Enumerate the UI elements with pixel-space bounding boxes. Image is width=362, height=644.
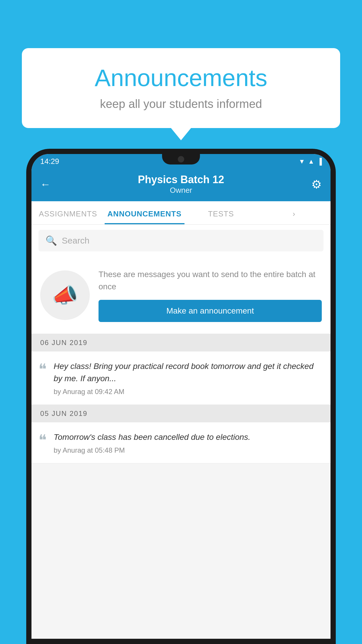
wifi-icon: ▼ xyxy=(299,158,305,165)
tab-announcements[interactable]: ANNOUNCEMENTS xyxy=(105,201,184,224)
status-time: 14:29 xyxy=(40,157,59,166)
search-input[interactable]: Search xyxy=(62,236,89,246)
tab-assignments[interactable]: ASSIGNMENTS xyxy=(31,201,105,224)
date-separator-2: 05 JUN 2019 xyxy=(31,405,331,422)
make-announcement-button[interactable]: Make an announcement xyxy=(99,300,322,322)
status-icons: ▼ ▲ ▐ xyxy=(299,158,322,165)
phone-mockup: 14:29 ▼ ▲ ▐ ← Physics Batch 12 Owner ⚙ xyxy=(26,149,336,644)
page-title: Announcements xyxy=(39,64,323,92)
announcement-meta-2: by Anurag at 05:48 PM xyxy=(54,446,322,454)
batch-title: Physics Batch 12 xyxy=(51,174,311,186)
prompt-description: These are messages you want to send to t… xyxy=(99,268,322,293)
tab-more[interactable]: › xyxy=(257,201,331,224)
tab-tests[interactable]: TESTS xyxy=(184,201,258,224)
announcement-text-2: Tomorrow's class has been cancelled due … xyxy=(54,431,322,443)
speech-bubble-container: Announcements keep all your students inf… xyxy=(22,48,340,128)
search-bar[interactable]: 🔍 Search xyxy=(38,230,324,251)
search-icon: 🔍 xyxy=(45,235,57,246)
announcement-item-1[interactable]: ❝ Hey class! Bring your practical record… xyxy=(31,351,331,405)
phone-outer: 14:29 ▼ ▲ ▐ ← Physics Batch 12 Owner ⚙ xyxy=(26,149,336,644)
announcement-meta-1: by Anurag at 09:42 AM xyxy=(54,388,322,396)
phone-notch xyxy=(162,154,200,164)
megaphone-icon: 📣 xyxy=(52,283,78,308)
phone-camera xyxy=(178,156,184,162)
announcement-content-1: Hey class! Bring your practical record b… xyxy=(54,360,322,396)
speech-bubble: Announcements keep all your students inf… xyxy=(22,48,340,128)
page-subtitle: keep all your students informed xyxy=(39,97,323,111)
back-button[interactable]: ← xyxy=(40,178,51,190)
quote-icon-2: ❝ xyxy=(38,433,47,448)
prompt-right: These are messages you want to send to t… xyxy=(99,268,322,322)
battery-icon: ▐ xyxy=(317,158,322,165)
header-title-group: Physics Batch 12 Owner xyxy=(51,174,311,195)
signal-icon: ▲ xyxy=(308,158,314,165)
phone-screen: 14:29 ▼ ▲ ▐ ← Physics Batch 12 Owner ⚙ xyxy=(31,154,331,639)
tabs-bar: ASSIGNMENTS ANNOUNCEMENTS TESTS › xyxy=(31,201,331,225)
settings-icon[interactable]: ⚙ xyxy=(311,178,322,191)
batch-role: Owner xyxy=(51,186,311,195)
megaphone-circle: 📣 xyxy=(40,270,90,320)
announcement-text-1: Hey class! Bring your practical record b… xyxy=(54,360,322,385)
quote-icon-1: ❝ xyxy=(38,362,47,377)
announcement-item-2[interactable]: ❝ Tomorrow's class has been cancelled du… xyxy=(31,422,331,463)
announcement-prompt: 📣 These are messages you want to send to… xyxy=(31,257,331,334)
search-container: 🔍 Search xyxy=(31,225,331,257)
app-header: ← Physics Batch 12 Owner ⚙ xyxy=(31,168,331,201)
date-separator-1: 06 JUN 2019 xyxy=(31,334,331,351)
announcement-content-2: Tomorrow's class has been cancelled due … xyxy=(54,431,322,454)
